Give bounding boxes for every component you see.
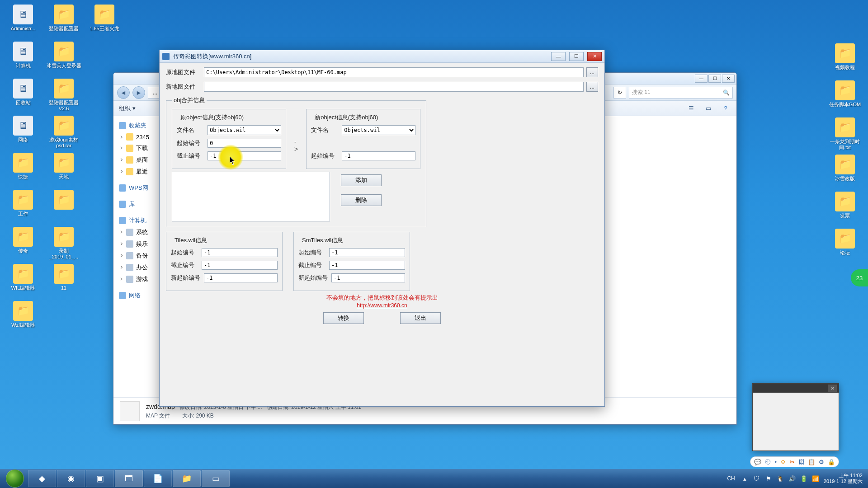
orig-filename-select[interactable]: Objects.wil [208, 125, 281, 135]
app-titlebar: 传奇彩图转换[www.mir360.cn] — ☐ ✕ [160, 50, 604, 63]
taskbar-app-4[interactable]: 🗔 [115, 470, 143, 487]
start-button[interactable] [3, 469, 27, 488]
app-maximize-button[interactable]: ☐ [569, 52, 584, 61]
tiles-start-input[interactable] [202, 248, 278, 257]
desk-icon[interactable]: 🖥网络 [3, 114, 43, 151]
folder-icon: 📁 [54, 5, 74, 24]
sm-end-input[interactable] [329, 261, 405, 270]
desk-icon[interactable]: 📁登陆器配置器 [43, 3, 84, 40]
tray-lock-icon[interactable]: 🔒 [828, 459, 835, 465]
tray-shield-icon[interactable]: 🛡 [753, 475, 760, 482]
desk-icon[interactable]: 📁 1.85王者火龙 [84, 3, 125, 32]
preview-pane-icon[interactable]: ▭ [703, 104, 714, 113]
folder-icon: 📁 [13, 301, 33, 321]
desk-icon[interactable]: 🖥回收站 [3, 77, 43, 114]
desk-icon[interactable]: 📁发票 [825, 190, 865, 227]
orig-object-group: 原object信息(支持obj60) 文件名Objects.wil 起始编号 截… [172, 109, 286, 169]
sm-start-input[interactable] [329, 248, 405, 257]
folder-icon: 📁 [835, 192, 855, 211]
desk-label: 传奇 [18, 248, 28, 254]
desk-icon[interactable]: 📁游戏logo素材psd.rar [43, 114, 84, 151]
src-map-browse-button[interactable]: ... [586, 67, 598, 77]
sm-newstart-input[interactable] [331, 273, 405, 282]
tray-note-icon[interactable]: 📋 [808, 459, 815, 465]
desk-icon[interactable]: 📁工作 [3, 188, 43, 225]
tray-flag-icon[interactable]: ⚑ [765, 475, 772, 482]
desk-icon[interactable]: 📁冰雪美人登录器 [43, 40, 84, 77]
tray-star-icon[interactable]: ⭘ [780, 459, 786, 465]
taskbar-app-5[interactable]: 📄 [144, 470, 172, 487]
nav-forward-button[interactable]: ► [132, 86, 145, 99]
refresh-button[interactable]: ↻ [613, 87, 626, 99]
desk-icon[interactable]: 📁11 [43, 262, 84, 299]
merge-listbox[interactable] [172, 172, 330, 221]
tray-dot-icon[interactable]: • [774, 459, 777, 465]
src-map-input[interactable] [204, 67, 584, 77]
desk-icon[interactable]: 🖥Administr... [3, 3, 43, 40]
tray-arrow-icon[interactable]: ▴ [741, 475, 749, 482]
exit-button[interactable]: 退出 [400, 312, 441, 324]
help-icon[interactable]: ? [720, 104, 731, 113]
tray-globe-icon[interactable]: ㊥ [765, 458, 771, 466]
close-button[interactable]: ✕ [722, 75, 735, 83]
nav-back-button[interactable]: ◄ [117, 86, 130, 99]
desk-icon[interactable]: 📁WIL编辑器 [3, 262, 43, 299]
taskbar-app-1[interactable]: ◆ [28, 470, 56, 487]
tray-volume-icon[interactable]: 🔊 [788, 475, 796, 482]
desk-icon[interactable]: 📁论坛 [825, 227, 865, 264]
mini-close-button[interactable]: ✕ [828, 385, 837, 392]
tiles-end-input[interactable] [202, 261, 278, 270]
orig-start-input[interactable] [208, 139, 281, 148]
desk-icon[interactable]: 📁视频教程 [825, 42, 865, 79]
orig-end-input[interactable] [208, 151, 281, 160]
taskbar-app-2[interactable]: ◉ [57, 470, 85, 487]
tiles-newstart-input[interactable] [204, 273, 278, 282]
tray-network-icon[interactable]: 📶 [812, 475, 819, 482]
desk-icon[interactable]: 📁录制_2019_01_... [43, 225, 84, 262]
tray-qq-icon[interactable]: 🐧 [777, 475, 784, 482]
desk-icon[interactable]: 📁任务脚本GOM [825, 79, 865, 116]
add-button[interactable]: 添加 [341, 174, 382, 186]
desk-icon[interactable]: 📁登陆器配置器V2.6 [43, 77, 84, 114]
side-badge[interactable]: 23 [851, 269, 868, 286]
hint-link[interactable]: http://www.mir360.cn [166, 302, 598, 310]
taskbar-explorer[interactable]: 📁 [173, 470, 201, 487]
desk-icon[interactable]: 📁 [43, 188, 84, 225]
tray-chat-icon[interactable]: 💬 [754, 459, 761, 465]
maximize-button[interactable]: ☐ [708, 75, 721, 83]
desk-icon[interactable]: 📁冰雪改版 [825, 153, 865, 190]
organize-menu[interactable]: 组织 ▾ [119, 104, 136, 113]
desk-icon[interactable]: 📁Wzl编辑器 [3, 299, 43, 336]
file-icon [120, 401, 140, 421]
tray-scissors-icon[interactable]: ✂ [790, 459, 795, 465]
tray-battery-icon[interactable]: 🔋 [800, 475, 807, 482]
app-minimize-button[interactable]: — [551, 52, 566, 61]
desk-label: 1.85王者火龙 [90, 26, 119, 32]
new-filename-select[interactable]: Objects.wil [342, 125, 415, 135]
app-close-button[interactable]: ✕ [587, 52, 602, 61]
new-map-browse-button[interactable]: ... [586, 82, 598, 92]
taskbar-app-3[interactable]: ▣ [86, 470, 114, 487]
desk-icon[interactable]: 🖥计算机 [3, 40, 43, 77]
tray-pic-icon[interactable]: 🖼 [798, 459, 804, 465]
delete-button[interactable]: 删除 [341, 194, 382, 206]
tray-gear-icon[interactable]: ⚙ [819, 459, 824, 465]
desk-label: 登陆器配置器 [49, 26, 79, 32]
converter-app-window: 传奇彩图转换[www.mir360.cn] — ☐ ✕ 原地图文件 ... 新地… [159, 50, 605, 407]
new-object-group: 新object信息(支持obj60) 文件名Objects.wil 起始编号 [306, 109, 420, 169]
new-map-input[interactable] [204, 82, 584, 92]
desk-icon[interactable]: 📁传奇 [3, 225, 43, 262]
language-indicator[interactable]: CH [725, 474, 736, 483]
minimize-button[interactable]: — [695, 75, 708, 83]
desk-icon[interactable]: 📁天地 [43, 151, 84, 188]
desk-label: 视频教程 [835, 65, 855, 70]
taskbar-converter[interactable]: ▭ [202, 470, 230, 487]
taskbar-clock[interactable]: 上午 11:02 2019-1-12 星期六 [824, 473, 865, 484]
new-start-input[interactable] [342, 151, 415, 160]
library-icon [119, 201, 126, 208]
desk-icon[interactable]: 📁快捷 [3, 151, 43, 188]
view-list-icon[interactable]: ☰ [686, 104, 697, 113]
desk-icon[interactable]: 📁一条龙到期时间.txt [825, 116, 865, 153]
convert-button[interactable]: 转换 [323, 312, 364, 324]
search-input[interactable]: 搜索 11 🔍 [629, 87, 733, 99]
